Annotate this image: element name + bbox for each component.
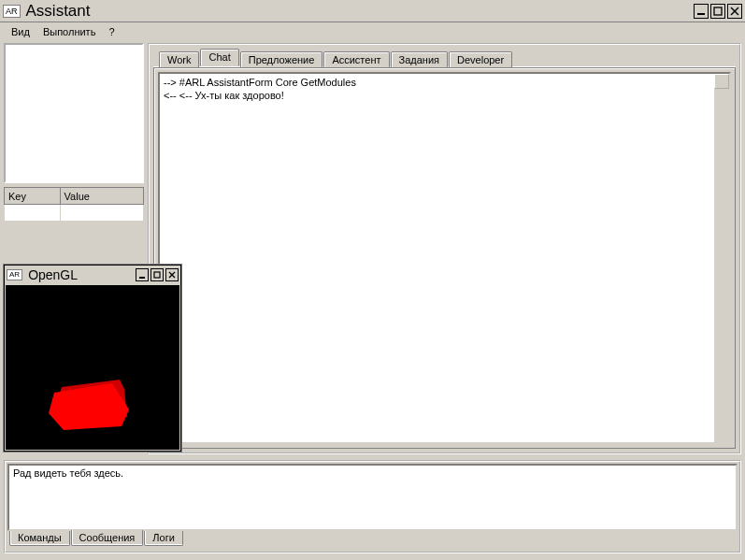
opengl-window-controls <box>136 268 179 281</box>
opengl-title: OpenGL <box>28 267 136 282</box>
bottom-message-text: Рад видеть тебя здесь. <box>13 467 123 479</box>
window-controls <box>694 4 742 19</box>
bottom-tabstrip: Команды Сообщения Логи <box>6 533 739 552</box>
svg-rect-5 <box>154 272 160 278</box>
window-title: Assistant <box>26 2 694 21</box>
tab-content: --> #ARL AssistantForm Core GetModules <… <box>153 67 736 449</box>
opengl-minimize-button[interactable] <box>136 268 149 281</box>
bottom-message-area[interactable]: Рад видеть тебя здесь. <box>7 464 738 531</box>
app-icon: AR <box>3 5 21 18</box>
menu-view[interactable]: Вид <box>6 24 36 39</box>
close-button[interactable] <box>727 4 742 19</box>
chat-line: <-- <-- Ух-ты как здорово! <box>164 89 725 102</box>
tab-chat[interactable]: Chat <box>200 49 238 66</box>
tab-proposal[interactable]: Предложение <box>240 51 323 67</box>
right-panel: Work Chat Предложение Ассистент Задания … <box>148 43 741 454</box>
chat-panel[interactable]: --> #ARL AssistantForm Core GetModules <… <box>158 72 731 444</box>
sidebar-tree-panel[interactable] <box>4 43 144 183</box>
menu-execute[interactable]: Выполнить <box>37 24 101 39</box>
table-row <box>5 205 144 222</box>
opengl-app-icon: AR <box>7 269 22 280</box>
btab-logs[interactable]: Логи <box>144 531 183 546</box>
tabstrip: Work Chat Предложение Ассистент Задания … <box>153 49 736 67</box>
svg-rect-1 <box>714 7 722 15</box>
kv-table-wrap: Key Value <box>4 183 144 222</box>
svg-rect-4 <box>139 277 145 279</box>
menubar: Вид Выполнить ? <box>0 22 745 41</box>
chat-line: --> #ARL AssistantForm Core GetModules <box>164 76 725 89</box>
main-window-titlebar: AR Assistant <box>0 0 745 22</box>
tab-developer[interactable]: Developer <box>449 51 512 67</box>
maximize-button[interactable] <box>710 4 725 19</box>
opengl-close-button[interactable] <box>165 268 179 281</box>
scrollbar-track[interactable] <box>714 74 729 442</box>
opengl-maximize-button[interactable] <box>150 268 164 281</box>
kv-cell-key[interactable] <box>5 205 61 222</box>
opengl-window[interactable]: AR OpenGL <box>4 265 181 452</box>
minimize-button[interactable] <box>694 4 709 19</box>
bottom-panel: Рад видеть тебя здесь. Команды Сообщения… <box>4 460 741 553</box>
opengl-canvas[interactable] <box>6 285 179 450</box>
menu-help[interactable]: ? <box>103 24 120 39</box>
opengl-red-shape <box>45 372 138 438</box>
opengl-titlebar[interactable]: AR OpenGL <box>5 266 180 284</box>
kv-header-key[interactable]: Key <box>5 188 61 205</box>
tab-assistant[interactable]: Ассистент <box>323 51 389 67</box>
chat-lines: --> #ARL AssistantForm Core GetModules <… <box>164 76 725 102</box>
btab-messages[interactable]: Сообщения <box>71 530 144 546</box>
kv-table: Key Value <box>4 187 144 222</box>
tab-work[interactable]: Work <box>159 51 199 67</box>
svg-rect-0 <box>697 13 705 15</box>
tab-tasks[interactable]: Задания <box>391 51 448 67</box>
kv-cell-value[interactable] <box>60 205 143 222</box>
kv-header-value[interactable]: Value <box>60 188 143 205</box>
btab-commands[interactable]: Команды <box>9 531 70 546</box>
